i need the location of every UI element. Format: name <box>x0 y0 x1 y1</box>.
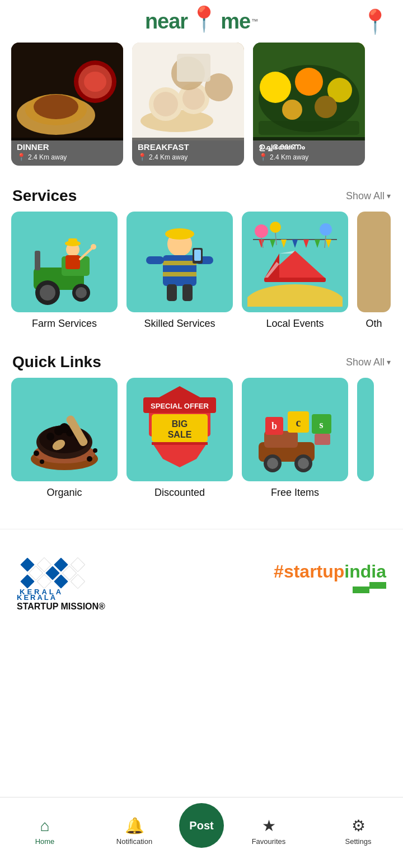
startup-india-india: india <box>344 561 386 581</box>
service-card-other[interactable]: Oth <box>357 212 391 330</box>
logo-pin-icon: 📍 <box>189 7 219 31</box>
settings-icon: ⚙ <box>352 817 365 835</box>
svg-point-21 <box>282 100 302 120</box>
svg-text:c: c <box>296 416 301 429</box>
svg-point-28 <box>40 285 55 301</box>
svg-rect-49 <box>167 284 177 301</box>
quicklink-card-organic[interactable]: Organic <box>11 378 118 499</box>
food-image-dinner <box>11 43 123 140</box>
post-button[interactable]: Post <box>179 803 224 848</box>
nav-settings-label: Settings <box>345 837 372 846</box>
food-card-breakfast[interactable]: Breakfast 📍 2.4 Km away <box>132 43 244 166</box>
service-events-label: Local Events <box>266 318 324 330</box>
quicklink-discounted-label: Discounted <box>154 487 205 499</box>
nav-notification-label: Notification <box>116 837 152 846</box>
svg-point-86 <box>87 456 92 462</box>
nav-item-settings[interactable]: ⚙ Settings <box>313 817 403 846</box>
quicklinks-show-all-label: Show All <box>346 356 385 368</box>
quicklinks-show-all-button[interactable]: Show All ▾ <box>346 356 391 368</box>
food-card-dinner[interactable]: DINNER 📍 2.4 Km away <box>11 43 123 166</box>
svg-rect-43 <box>163 261 196 265</box>
nav-favourites-label: Favourites <box>252 837 286 846</box>
footer-logos: KERALA KERALA STARTUP MISSION® #startupi… <box>0 529 403 625</box>
service-card-farm[interactable]: Farm Services <box>11 212 118 330</box>
food-lunch-title: ഉച്ചഭക്ഷണം <box>259 142 359 152</box>
quicklink-fourth-image <box>357 378 374 481</box>
lunch-illustration <box>253 43 365 140</box>
svg-text:s: s <box>319 419 323 430</box>
logo-tm: ™ <box>251 17 258 25</box>
discounted-illustration: SPECIAL OFFER BIG SALE <box>132 381 227 478</box>
notification-icon: 🔔 <box>125 817 144 835</box>
distance-pin-icon: 📍 <box>17 153 26 161</box>
svg-point-102 <box>267 458 278 469</box>
quicklink-card-fourth[interactable] <box>357 378 374 499</box>
events-illustration <box>247 217 343 307</box>
services-cards-scroll: Farm Services <box>0 212 403 343</box>
svg-point-6 <box>84 72 106 92</box>
nav-item-favourites[interactable]: ★ Favourites <box>224 817 313 846</box>
svg-rect-125 <box>369 582 386 589</box>
service-farm-image <box>11 212 118 312</box>
svg-rect-44 <box>163 272 196 276</box>
quicklink-free-image: b c s <box>242 378 348 481</box>
quicklinks-section-header: Quick Links Show All ▾ <box>0 343 403 378</box>
svg-point-84 <box>34 451 39 456</box>
quicklink-card-discounted[interactable]: SPECIAL OFFER BIG SALE Discounted <box>126 378 233 499</box>
food-breakfast-distance: 📍 2.4 Km away <box>138 153 238 161</box>
svg-text:SPECIAL OFFER: SPECIAL OFFER <box>151 402 209 410</box>
quicklinks-cards-scroll: Organic SPECIAL OFFER BIG SALE <box>0 378 403 512</box>
svg-point-12 <box>182 87 205 110</box>
nav-item-post[interactable]: Post <box>179 803 224 859</box>
quicklink-free-label: Free Items <box>271 487 319 499</box>
service-skilled-label: Skilled Services <box>144 318 215 330</box>
svg-point-19 <box>295 68 323 96</box>
food-card-lunch-label: ഉച്ചഭക്ഷണം 📍 2.4 Km away <box>253 137 365 166</box>
quicklink-card-free[interactable]: b c s Free Items <box>242 378 348 499</box>
svg-text:SALE: SALE <box>168 430 192 439</box>
food-card-dinner-label: DINNER 📍 2.4 Km away <box>11 138 123 166</box>
nav-item-home[interactable]: ⌂ Home <box>0 817 90 846</box>
svg-rect-50 <box>182 284 193 301</box>
service-other-label: Oth <box>365 318 382 330</box>
free-illustration: b c s <box>247 381 343 478</box>
nav-item-notification[interactable]: 🔔 Notification <box>90 817 179 846</box>
services-show-all-button[interactable]: Show All ▾ <box>346 190 391 202</box>
food-image-lunch <box>253 43 365 140</box>
svg-point-37 <box>91 244 96 250</box>
service-card-skilled[interactable]: Skilled Services <box>126 212 233 330</box>
svg-point-3 <box>34 95 78 119</box>
skilled-illustration <box>132 217 227 307</box>
service-card-events[interactable]: Local Events <box>242 212 348 330</box>
service-events-image <box>242 212 348 312</box>
services-show-all-label: Show All <box>346 190 385 202</box>
svg-point-68 <box>320 223 332 236</box>
startup-india-logo: #startupindia <box>274 561 386 593</box>
home-icon: ⌂ <box>40 817 50 835</box>
svg-marker-97 <box>152 442 208 445</box>
svg-point-22 <box>315 96 337 118</box>
nav-home-label: Home <box>35 837 55 846</box>
svg-point-67 <box>270 222 281 233</box>
logo-near: near <box>145 10 188 34</box>
kerala-logo-svg: KERALA <box>17 543 106 599</box>
startup-india-hash: #startup <box>274 561 344 581</box>
farm-illustration <box>17 217 112 307</box>
svg-rect-48 <box>194 250 201 261</box>
food-cards-scroll: DINNER 📍 2.4 Km away Breakfast <box>0 43 403 177</box>
svg-text:BIG: BIG <box>172 419 188 429</box>
svg-point-77 <box>46 433 54 440</box>
services-title: Services <box>12 187 77 205</box>
svg-rect-57 <box>264 278 326 282</box>
food-card-lunch[interactable]: ഉച്ചഭക്ഷണം 📍 2.4 Km away <box>253 43 365 166</box>
food-image-breakfast <box>132 43 244 140</box>
startup-mission-label: STARTUP MISSION® <box>17 602 105 612</box>
svg-point-85 <box>40 459 44 464</box>
startup-india-step-icon <box>353 582 386 593</box>
svg-rect-124 <box>353 587 369 593</box>
location-icon[interactable]: 📍 <box>360 8 390 35</box>
quicklink-discounted-image: SPECIAL OFFER BIG SALE <box>126 378 233 481</box>
svg-point-104 <box>298 458 309 469</box>
logo: near 📍 me ™ <box>145 9 258 34</box>
service-other-image <box>357 212 391 312</box>
